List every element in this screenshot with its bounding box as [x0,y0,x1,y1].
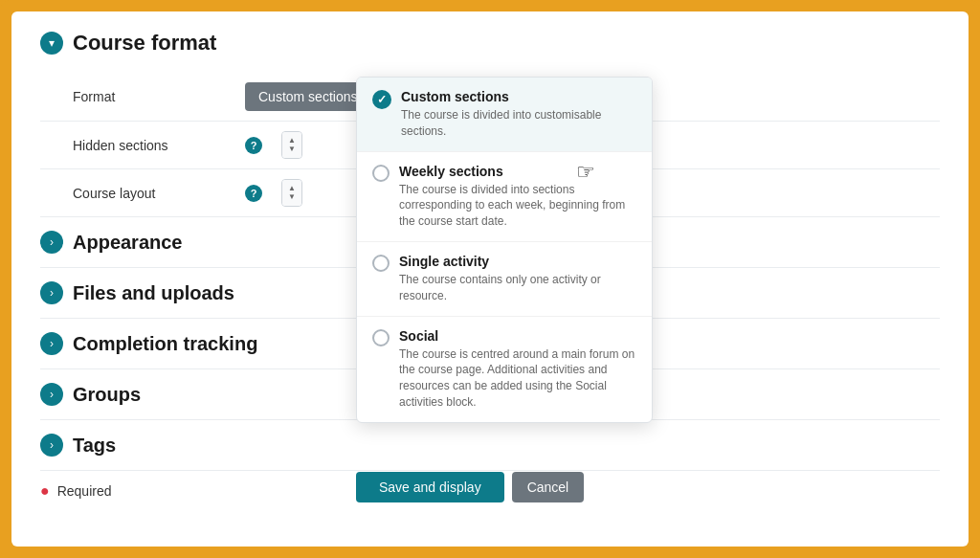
course-layout-spinner[interactable]: ▲ ▼ [281,179,302,207]
custom-option-desc: The course is divided into customisable … [401,107,636,140]
layout-spinner-btn[interactable]: ▲ ▼ [282,180,301,206]
outer-border: ▾ Course format Format Custom sections ▾… [0,0,980,558]
single-option-title: Single activity [399,254,636,269]
tags-title: Tags [73,435,116,457]
groups-chevron-icon: › [40,383,63,406]
social-option-content: Social The course is centred around a ma… [399,328,636,411]
hidden-sections-help-icon[interactable]: ? [245,137,262,154]
files-chevron-icon: › [40,281,63,304]
custom-option-title: Custom sections [401,89,636,104]
course-format-chevron-icon[interactable]: ▾ [40,32,63,55]
social-option-title: Social [399,328,636,344]
dropdown-option-single[interactable]: Single activity The course contains only… [357,242,652,317]
spinner-up-down[interactable]: ▲ ▼ [282,132,301,158]
course-layout-help-icon[interactable]: ? [245,185,262,202]
custom-check-icon [372,90,391,109]
save-button[interactable]: Save and display [356,472,504,502]
course-layout-label: Course layout [73,186,226,201]
bottom-buttons: Save and display Cancel [356,472,584,502]
completion-chevron-icon: › [40,332,63,355]
social-option-desc: The course is centred around a main foru… [399,346,636,411]
single-radio-icon [372,255,390,272]
weekly-radio-icon [372,165,390,182]
appearance-chevron-icon: › [40,231,63,254]
single-option-desc: The course contains only one activity or… [399,272,636,304]
dropdown-option-custom[interactable]: Custom sections The course is divided in… [357,78,652,152]
format-dropdown-overlay: Custom sections The course is divided in… [356,77,653,423]
weekly-option-desc: The course is divided into sections corr… [399,182,636,230]
course-format-header: ▾ Course format [40,31,940,56]
main-card: ▾ Course format Format Custom sections ▾… [11,11,969,547]
format-dropdown-value: Custom sections [258,89,357,104]
cancel-button[interactable]: Cancel [512,472,585,502]
weekly-option-title: Weekly sections [399,164,636,179]
social-radio-icon [372,329,390,346]
course-format-title: Course format [73,31,216,56]
format-label: Format [73,89,226,104]
dropdown-option-weekly[interactable]: Weekly sections The course is divided in… [357,152,652,242]
dropdown-option-social[interactable]: Social The course is centred around a ma… [357,317,652,422]
appearance-title: Appearance [73,232,183,254]
files-title: Files and uploads [73,282,234,304]
hidden-sections-label: Hidden sections [73,138,226,153]
completion-title: Completion tracking [73,333,257,355]
tags-chevron-icon: › [40,434,63,457]
groups-title: Groups [73,384,141,406]
custom-option-content: Custom sections The course is divided in… [401,89,636,140]
single-option-content: Single activity The course contains only… [399,254,636,304]
hidden-sections-spinner[interactable]: ▲ ▼ [281,131,302,159]
weekly-option-content: Weekly sections The course is divided in… [399,164,636,230]
required-icon: ● [40,482,50,500]
tags-section[interactable]: › Tags [40,420,940,471]
required-label: Required [57,483,112,499]
